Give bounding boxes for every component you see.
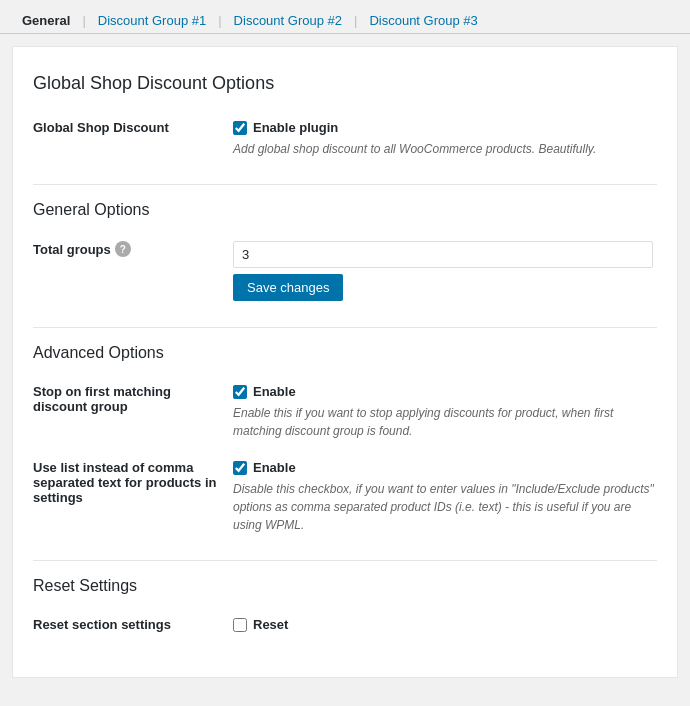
total-groups-th: Total groups ? [33, 231, 233, 311]
reset-th: Reset section settings [33, 607, 233, 647]
global-shop-label: Global Shop Discount [33, 110, 233, 168]
tab-separator-2: | [218, 13, 221, 28]
total-groups-row: Total groups ? Save changes [33, 231, 657, 311]
total-groups-td: Save changes [233, 231, 657, 311]
tab-separator-1: | [82, 13, 85, 28]
reset-settings-title: Reset Settings [33, 577, 657, 595]
global-shop-row: Global Shop Discount Enable plugin Add g… [33, 110, 657, 168]
tab-separator-3: | [354, 13, 357, 28]
reset-table: Reset section settings Reset [33, 607, 657, 647]
stop-first-description: Enable this if you want to stop applying… [233, 404, 657, 440]
general-options-title: General Options [33, 201, 657, 219]
global-title: Global Shop Discount Options [33, 73, 657, 94]
global-shop-field: Enable plugin Add global shop discount t… [233, 110, 657, 168]
divider-2 [33, 327, 657, 328]
advanced-options-table: Stop on first matching discount group En… [33, 374, 657, 544]
tab-group2[interactable]: Discount Group #2 [224, 8, 352, 33]
stop-first-checkbox[interactable] [233, 385, 247, 399]
settings-content: Global Shop Discount Options Global Shop… [12, 46, 678, 678]
reset-label: Reset section settings [33, 617, 171, 632]
divider-1 [33, 184, 657, 185]
total-groups-label: Total groups [33, 242, 111, 257]
enable-plugin-checkbox[interactable] [233, 121, 247, 135]
use-list-label: Use list instead of comma separated text… [33, 460, 216, 505]
use-list-description: Disable this checkbox, if you want to en… [233, 480, 657, 534]
general-options-table: Total groups ? Save changes [33, 231, 657, 311]
stop-first-td: Enable Enable this if you want to stop a… [233, 374, 657, 450]
divider-3 [33, 560, 657, 561]
stop-first-row: Stop on first matching discount group En… [33, 374, 657, 450]
use-list-th: Use list instead of comma separated text… [33, 450, 233, 544]
use-list-td: Enable Disable this checkbox, if you wan… [233, 450, 657, 544]
enable-plugin-label[interactable]: Enable plugin [233, 120, 657, 135]
reset-td: Reset [233, 607, 657, 647]
enable-plugin-description: Add global shop discount to all WooComme… [233, 140, 657, 158]
enable-plugin-text: Enable plugin [253, 120, 338, 135]
tab-navigation: General | Discount Group #1 | Discount G… [0, 0, 690, 34]
use-list-enable-text: Enable [253, 460, 296, 475]
tab-general[interactable]: General [12, 8, 80, 33]
use-list-checkbox[interactable] [233, 461, 247, 475]
advanced-options-title: Advanced Options [33, 344, 657, 362]
stop-first-enable-label[interactable]: Enable [233, 384, 657, 399]
tab-group1[interactable]: Discount Group #1 [88, 8, 216, 33]
global-section-heading: Global Shop Discount Options [33, 73, 657, 94]
stop-first-th: Stop on first matching discount group [33, 374, 233, 450]
use-list-enable-label[interactable]: Enable [233, 460, 657, 475]
reset-checkbox-label[interactable]: Reset [233, 617, 657, 632]
use-list-row: Use list instead of comma separated text… [33, 450, 657, 544]
total-groups-input[interactable] [233, 241, 653, 268]
save-changes-button[interactable]: Save changes [233, 274, 343, 301]
reset-checkbox[interactable] [233, 618, 247, 632]
stop-first-enable-text: Enable [253, 384, 296, 399]
global-options-table: Global Shop Discount Enable plugin Add g… [33, 110, 657, 168]
help-icon[interactable]: ? [115, 241, 131, 257]
reset-checkbox-text: Reset [253, 617, 288, 632]
tab-group3[interactable]: Discount Group #3 [359, 8, 487, 33]
stop-first-label: Stop on first matching discount group [33, 384, 171, 414]
reset-row: Reset section settings Reset [33, 607, 657, 647]
